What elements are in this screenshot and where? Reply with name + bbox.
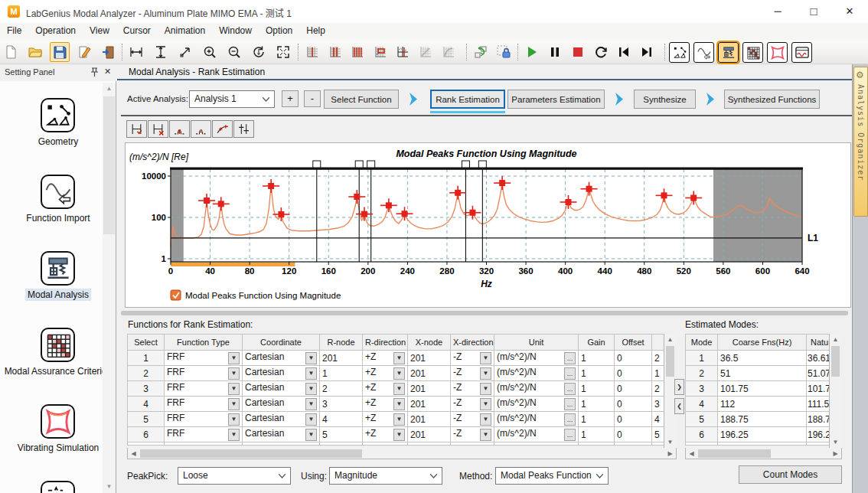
peak-marker[interactable] xyxy=(198,194,215,207)
zoom-in-button[interactable] xyxy=(200,42,220,62)
table-cell[interactable]: -Z▼ xyxy=(451,366,494,381)
cell-dropdown-icon[interactable]: ▼ xyxy=(393,367,405,380)
peak-marker[interactable] xyxy=(449,186,466,200)
menu-file[interactable]: File xyxy=(0,23,28,38)
table-cell[interactable]: 1 xyxy=(652,366,664,381)
sidebar-scrollbar[interactable]: ▲ ▼ xyxy=(103,83,116,493)
table-cell[interactable]: 111.58 xyxy=(807,397,830,412)
table-cell[interactable]: -Z▼ xyxy=(451,381,494,397)
table-cell[interactable]: Cartesian▼ xyxy=(243,366,320,381)
table-cell[interactable]: 4 xyxy=(686,397,718,412)
table-cell[interactable]: -Z▼ xyxy=(451,351,494,366)
scroll-up-icon[interactable]: ▲ xyxy=(103,83,116,95)
grid-double-cursor-button[interactable] xyxy=(325,42,345,62)
transfer-right-button[interactable]: ❯ xyxy=(674,379,684,395)
step-back-button[interactable] xyxy=(614,42,634,62)
cell-dropdown-icon[interactable]: ▼ xyxy=(393,429,405,441)
table-cell[interactable]: 201 xyxy=(408,366,451,381)
cell-dropdown-icon[interactable]: ▼ xyxy=(228,398,240,410)
table-cell[interactable]: +Z▼ xyxy=(363,412,408,427)
cursor-pair-button[interactable] xyxy=(233,120,254,138)
cell-dropdown-icon[interactable]: ▼ xyxy=(480,352,491,364)
cell-dropdown-icon[interactable]: ▼ xyxy=(228,383,240,395)
peak-remove-button[interactable] xyxy=(191,120,211,138)
peak-marker[interactable] xyxy=(396,207,413,220)
new-file-button[interactable] xyxy=(1,42,21,62)
column-header[interactable]: X-direction xyxy=(451,335,494,351)
table-row[interactable]: 5FRF▼Cartesian▼4+Z▼201-Z▼(m/s^2)/N...104 xyxy=(128,412,664,427)
table-cell[interactable]: Cartesian▼ xyxy=(243,427,320,442)
zoom-out-button[interactable] xyxy=(224,42,244,62)
step-parameters-estimation[interactable]: Parameters Estimation xyxy=(507,90,605,109)
pin-icon[interactable] xyxy=(90,67,99,80)
table-cell[interactable]: (m/s^2)/N... xyxy=(494,351,579,366)
add-analysis-button[interactable]: + xyxy=(282,90,299,107)
cell-ellipsis-button[interactable]: ... xyxy=(564,383,576,395)
table-cell[interactable]: 201 xyxy=(408,397,451,412)
peak-marker[interactable] xyxy=(685,191,702,204)
table-cell[interactable]: FRF▼ xyxy=(165,366,243,381)
table-cell[interactable]: 2 xyxy=(652,351,664,366)
table-cell[interactable]: (m/s^2)/N... xyxy=(494,412,579,427)
menu-cursor[interactable]: Cursor xyxy=(116,23,158,38)
peak-marker[interactable] xyxy=(494,176,511,190)
analysis-organizer-tab[interactable]: ⚙ Analysis Organizer xyxy=(853,67,868,217)
table-cell[interactable]: 3 xyxy=(128,381,165,397)
cell-dropdown-icon[interactable]: ▼ xyxy=(393,383,405,395)
table-cell[interactable]: 1 xyxy=(128,351,165,366)
table-cell[interactable]: (m/s^2)/N... xyxy=(494,381,579,397)
menu-option[interactable]: Option xyxy=(259,23,299,38)
table-cell[interactable]: +Z▼ xyxy=(363,351,408,366)
step-synthesize[interactable]: Synthesize xyxy=(634,90,696,109)
peak-marker[interactable] xyxy=(272,207,289,221)
table-cell[interactable]: 1 xyxy=(579,412,615,427)
cell-ellipsis-button[interactable]: ... xyxy=(564,398,576,410)
table-cell[interactable]: 196.25 xyxy=(718,427,807,442)
table-cell[interactable]: FRF▼ xyxy=(165,427,243,442)
cell-dropdown-icon[interactable]: ▼ xyxy=(480,398,491,410)
mac-module-button[interactable] xyxy=(742,42,763,63)
sidebar-item-geometry[interactable] xyxy=(41,98,75,132)
analysis-select[interactable]: Analysis 1 xyxy=(189,90,275,108)
sidebar-item-modal-analysis[interactable] xyxy=(41,251,75,286)
open-file-button[interactable] xyxy=(25,42,45,62)
step-select-function[interactable]: Select Function xyxy=(324,90,399,109)
table-cell[interactable]: 3 xyxy=(320,397,363,412)
cell-dropdown-icon[interactable]: ▼ xyxy=(480,367,491,380)
using-select[interactable]: Magnitude xyxy=(329,467,442,485)
peak-marker[interactable] xyxy=(263,179,279,193)
column-header[interactable]: Unit xyxy=(494,335,579,351)
table-cell[interactable]: 2 xyxy=(128,366,165,381)
cell-dropdown-icon[interactable]: ▼ xyxy=(393,398,405,410)
peak-add-button[interactable] xyxy=(169,120,190,138)
table-cell[interactable]: 5 xyxy=(128,412,165,427)
rotate-button[interactable] xyxy=(249,42,269,62)
cell-dropdown-icon[interactable]: ▼ xyxy=(480,429,491,441)
table-hscrollbar[interactable]: ◀▶ xyxy=(685,448,842,459)
save-button[interactable] xyxy=(50,42,70,62)
column-header[interactable]: Natural Fns(Hz) xyxy=(807,335,830,351)
table-cell[interactable]: (m/s^2)/N... xyxy=(494,397,579,412)
table-cell[interactable]: +Z▼ xyxy=(363,366,408,381)
table-cell[interactable]: +Z▼ xyxy=(363,381,408,397)
table-cell[interactable]: Cartesian▼ xyxy=(243,351,320,366)
table-cell[interactable]: 188.76 xyxy=(807,412,830,427)
menu-window[interactable]: Window xyxy=(212,23,259,38)
step-forward-button[interactable] xyxy=(637,42,657,62)
table-row[interactable]: 6FRF▼Cartesian▼5+Z▼201-Z▼(m/s^2)/N...105 xyxy=(128,427,664,442)
table-cell[interactable]: 0 xyxy=(615,427,652,442)
peakpick-select[interactable]: Loose xyxy=(178,467,291,485)
step-rank-estimation[interactable]: Rank Estimation xyxy=(430,90,505,109)
table-cell[interactable]: 2 xyxy=(686,366,718,381)
cell-dropdown-icon[interactable]: ▼ xyxy=(305,352,317,364)
table-cell[interactable]: +Z▼ xyxy=(363,397,408,412)
table-cell[interactable]: 2 xyxy=(652,381,664,397)
menu-operation[interactable]: Operation xyxy=(28,23,83,38)
table-cell[interactable]: FRF▼ xyxy=(165,412,243,427)
table-cell[interactable]: 0 xyxy=(615,381,652,397)
peak-marker[interactable] xyxy=(656,188,673,202)
column-header[interactable] xyxy=(652,335,664,351)
stop-button[interactable] xyxy=(568,42,588,62)
column-header[interactable]: Coordinate xyxy=(243,335,320,351)
peak-marker[interactable] xyxy=(356,207,373,221)
